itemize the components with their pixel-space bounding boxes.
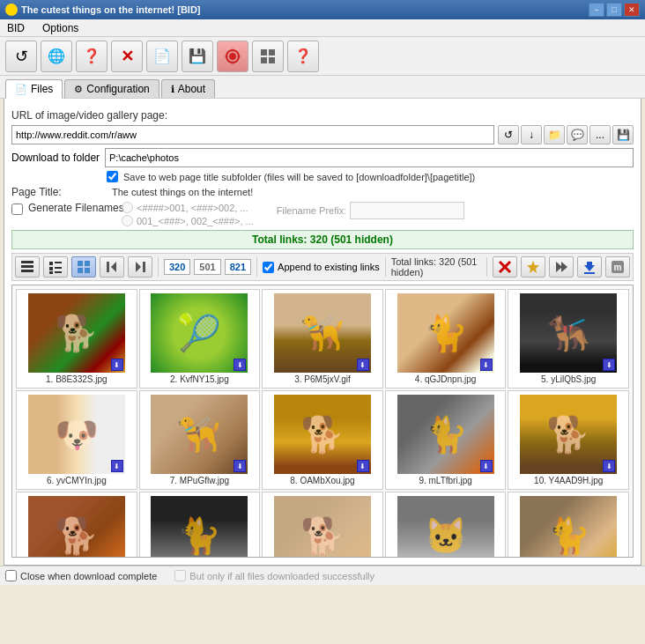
- view-thumb-button[interactable]: [71, 256, 96, 278]
- close-label: Close when download complete: [20, 571, 157, 581]
- view-details-button[interactable]: [15, 256, 40, 278]
- image-label: 10. Y4AAD9H.jpg: [534, 476, 603, 485]
- minimize-button[interactable]: −: [589, 3, 604, 17]
- animal-emoji: 🐕: [28, 496, 125, 558]
- download-all-button[interactable]: [577, 256, 602, 278]
- links-bar-text: Total links: 320 (501 hidden): [252, 233, 393, 246]
- skip-icon: [553, 259, 569, 275]
- help-button[interactable]: ❓: [76, 41, 108, 72]
- skip-forward-button[interactable]: [549, 256, 574, 278]
- svg-point-3: [232, 61, 234, 63]
- corner-download-icon: ⬇: [111, 460, 123, 472]
- radio-option1-label: <####>001, <###>002, ...: [137, 203, 248, 213]
- image-thumbnail: 🐕⬇: [274, 496, 371, 558]
- image-cell[interactable]: 🐶⬇6. yvCMYIn.jpg: [16, 390, 137, 490]
- image-cell[interactable]: 🐕⬇11. img11.jpg: [16, 492, 137, 558]
- view-list-button[interactable]: [43, 256, 68, 278]
- thumb-view-icon: [76, 259, 92, 275]
- url-folder-button[interactable]: 📁: [544, 125, 565, 144]
- help2-button[interactable]: ❓: [287, 41, 319, 72]
- grid-button[interactable]: [252, 41, 284, 72]
- folder-label: Download to folder: [11, 152, 100, 164]
- tab-configuration[interactable]: ⚙ Configuration: [64, 79, 159, 98]
- url-label: URL of image/video gallery page:: [11, 109, 167, 122]
- image-label: 1. B8E332S.jpg: [46, 374, 108, 384]
- only-if-checkbox[interactable]: [174, 570, 186, 581]
- svg-rect-17: [49, 271, 53, 274]
- image-cell[interactable]: 🐕⬇10. Y4AAD9H.jpg: [508, 390, 629, 490]
- new-button[interactable]: 📄: [146, 41, 178, 72]
- settings-button[interactable]: [217, 41, 248, 72]
- image-cell[interactable]: 🎾⬇2. KvfNY15.jpg: [139, 289, 261, 389]
- browser-button[interactable]: 🌐: [41, 41, 72, 72]
- refresh-button[interactable]: ↺: [5, 41, 37, 72]
- image-cell[interactable]: 🐈⬇15. img15.jpg: [508, 492, 629, 558]
- save-subfolder-checkbox[interactable]: [107, 171, 118, 182]
- delete-button[interactable]: [493, 256, 517, 278]
- menu-bid[interactable]: BID: [4, 20, 28, 36]
- svg-rect-14: [55, 262, 62, 263]
- toolbar-sep3: [385, 257, 386, 277]
- url-save-button[interactable]: 💾: [612, 125, 634, 144]
- url-download-button[interactable]: ↓: [521, 125, 542, 144]
- image-cell[interactable]: 🐱⬇14. img14.jpg: [385, 492, 507, 558]
- menu-options[interactable]: Options: [39, 20, 82, 36]
- image-thumbnail: 🐱⬇: [397, 496, 494, 558]
- url-refresh-button[interactable]: ↺: [498, 125, 519, 144]
- close-check-row: Close when download complete: [5, 570, 157, 581]
- image-label: 7. MPuGflw.jpg: [170, 476, 229, 485]
- animal-emoji: 🐈: [520, 496, 617, 558]
- tabs-container: 📄 Files ⚙ Configuration ℹ About: [0, 76, 645, 99]
- image-cell[interactable]: 🐈⬇9. mLTfbri.jpg: [385, 390, 507, 490]
- save-button[interactable]: 💾: [182, 41, 213, 72]
- url-comment-button[interactable]: 💬: [567, 125, 588, 144]
- prefix-input[interactable]: [350, 202, 464, 219]
- stop-button[interactable]: ✕: [111, 41, 143, 72]
- tab-about[interactable]: ℹ About: [161, 79, 215, 98]
- append-checkbox[interactable]: [263, 262, 274, 273]
- svg-marker-31: [561, 262, 567, 272]
- prefix-label: Filename Prefix:: [277, 205, 346, 216]
- url-input[interactable]: [11, 125, 494, 144]
- corner-download-icon: ⬇: [480, 359, 493, 371]
- info-button[interactable]: m: [605, 256, 630, 278]
- tab-files[interactable]: 📄 Files: [5, 79, 63, 99]
- next-icon: [132, 259, 148, 275]
- append-check-row: Append to existing links: [263, 262, 380, 273]
- url-more-button[interactable]: ...: [589, 125, 611, 144]
- close-button[interactable]: ✕: [624, 3, 640, 17]
- view-prev-button[interactable]: [100, 256, 124, 278]
- maximize-button[interactable]: □: [606, 3, 622, 17]
- folder-input[interactable]: [105, 148, 634, 167]
- close-checkbox[interactable]: [5, 570, 17, 581]
- svg-rect-9: [269, 57, 275, 63]
- gen-filenames-label: Generate Filenames: [28, 202, 116, 214]
- page-title-value: The cutest things on the internet!: [112, 187, 253, 197]
- window-controls: − □ ✕: [589, 3, 640, 17]
- radio-option2[interactable]: [122, 215, 133, 226]
- image-cell[interactable]: 🐕⬇1. B8E332S.jpg: [16, 289, 137, 389]
- view-next-button[interactable]: [128, 256, 152, 278]
- image-cell[interactable]: 🐕⬇8. OAMbXou.jpg: [262, 390, 383, 490]
- image-thumbnail: 🐕⬇: [274, 395, 371, 474]
- folder-row: Download to folder: [11, 148, 634, 167]
- image-cell[interactable]: 🐈⬇12. img12.jpg: [139, 492, 261, 558]
- image-cell[interactable]: 🐕⬇13. img13.jpg: [262, 492, 383, 558]
- save-subfolder-row: Save to web page title subfolder (files …: [11, 171, 634, 182]
- image-cell[interactable]: 🐈⬇4. qGJDnpn.jpg: [385, 289, 507, 389]
- image-thumbnail: 🐕⬇: [28, 293, 125, 373]
- image-label: 3. P6M5jxV.gif: [294, 374, 351, 384]
- image-cell[interactable]: 🐕‍🦺⬇5. yLilQbS.jpg: [508, 289, 629, 389]
- svg-rect-8: [261, 57, 267, 63]
- grid-icon: [259, 48, 277, 65]
- radio-option1[interactable]: [122, 202, 133, 213]
- image-thumbnail: 🎾⬇: [151, 293, 248, 373]
- gen-filenames-checkbox[interactable]: [11, 204, 23, 215]
- image-cell[interactable]: 🦮⬇7. MPuGflw.jpg: [139, 390, 261, 490]
- svg-rect-18: [55, 271, 62, 273]
- corner-download-icon: ⬇: [357, 359, 369, 371]
- image-thumbnail: 🐕⬇: [520, 395, 617, 474]
- svg-rect-25: [143, 262, 145, 272]
- star-button[interactable]: [521, 256, 545, 278]
- image-cell[interactable]: 🦮⬇3. P6M5jxV.gif: [262, 289, 383, 389]
